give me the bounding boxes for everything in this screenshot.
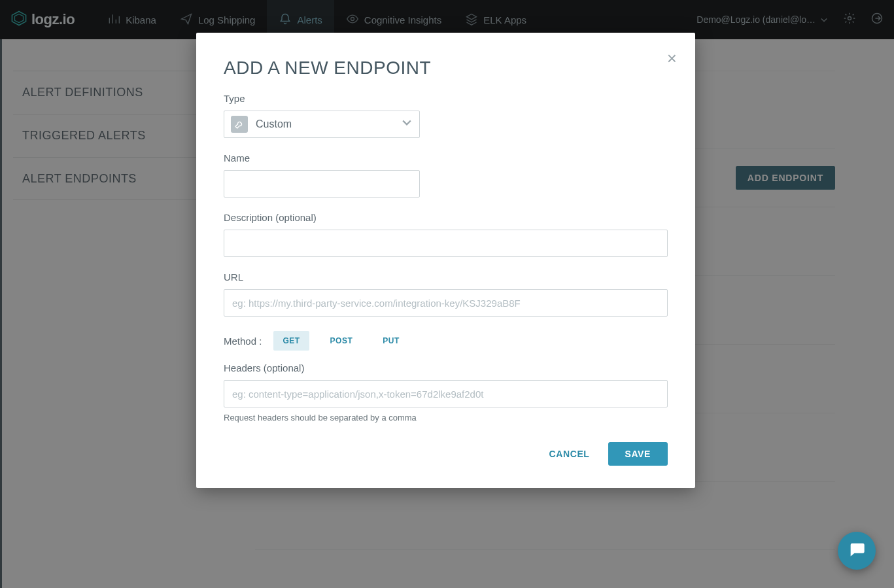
chevron-down-icon bbox=[402, 118, 411, 130]
modal-title: ADD A NEW ENDPOINT bbox=[224, 58, 668, 78]
name-label: Name bbox=[224, 152, 420, 164]
method-post-button[interactable]: POST bbox=[321, 331, 362, 351]
save-button[interactable]: SAVE bbox=[608, 442, 668, 466]
type-label: Type bbox=[224, 93, 420, 104]
modal-footer: CANCEL SAVE bbox=[224, 442, 668, 466]
left-edge-scroll bbox=[0, 39, 2, 588]
method-group: Method : GET POST PUT bbox=[224, 331, 668, 351]
method-put-button[interactable]: PUT bbox=[373, 331, 409, 351]
add-endpoint-modal: × ADD A NEW ENDPOINT Type Custom Name De… bbox=[196, 33, 695, 488]
chat-launcher[interactable] bbox=[838, 532, 876, 570]
description-group: Description (optional) bbox=[224, 212, 668, 257]
name-group: Name bbox=[224, 152, 420, 198]
headers-input[interactable] bbox=[224, 380, 668, 407]
name-input[interactable] bbox=[224, 170, 420, 198]
close-icon[interactable]: × bbox=[667, 50, 677, 67]
url-label: URL bbox=[224, 271, 668, 283]
method-label: Method : bbox=[224, 336, 262, 347]
description-input[interactable] bbox=[224, 230, 668, 257]
wrench-icon bbox=[231, 116, 248, 133]
headers-helper: Request headers should be separated by a… bbox=[224, 413, 668, 423]
description-label: Description (optional) bbox=[224, 212, 668, 223]
type-dropdown[interactable]: Custom bbox=[224, 111, 420, 138]
method-get-button[interactable]: GET bbox=[273, 331, 309, 351]
chat-icon bbox=[848, 540, 866, 561]
url-group: URL bbox=[224, 271, 668, 317]
type-group: Type Custom bbox=[224, 93, 420, 138]
headers-group: Headers (optional) Request headers shoul… bbox=[224, 362, 668, 423]
url-input[interactable] bbox=[224, 289, 668, 317]
type-value: Custom bbox=[256, 118, 292, 130]
cancel-button[interactable]: CANCEL bbox=[549, 449, 590, 459]
headers-label: Headers (optional) bbox=[224, 362, 668, 373]
